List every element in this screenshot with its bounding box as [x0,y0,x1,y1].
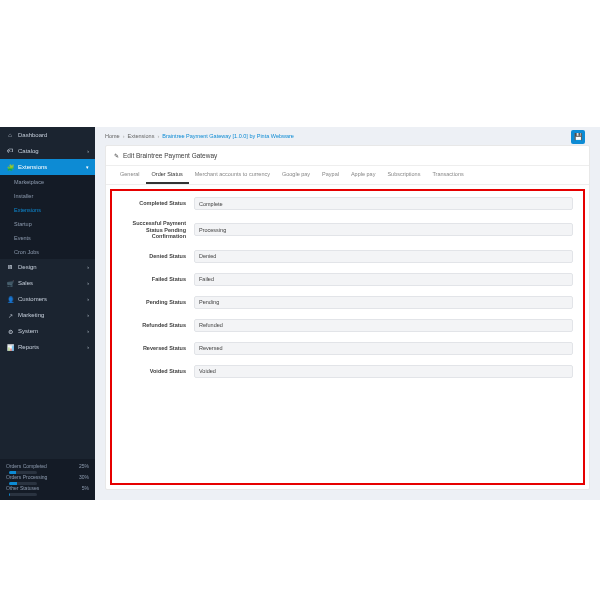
chevron-right-icon: › [87,344,89,350]
progress-bar [9,493,37,496]
sidebar-item-dashboard[interactable]: ⌂ Dashboard [0,127,95,143]
sidebar-item-label: Reports [18,344,87,350]
cart-icon: 🛒 [6,279,14,287]
stat-value: 30% [79,474,89,480]
row-denied-status: Denied Status Denied [122,250,573,263]
field-label: Successful Payment Status Pending Confir… [122,220,194,240]
field-label: Denied Status [122,253,194,260]
tab-merchant-accounts[interactable]: Merchant accounts to currency [189,166,276,184]
stat-label: Orders Processing [6,474,79,480]
tabs: General Order Status Merchant accounts t… [106,166,589,185]
pencil-icon: ✎ [114,152,119,159]
tab-transactions[interactable]: Transactions [426,166,469,184]
breadcrumb-sep: › [123,133,125,139]
voided-status-select[interactable]: Voided [194,365,573,378]
completed-status-select[interactable]: Complete [194,197,573,210]
denied-status-select[interactable]: Denied [194,250,573,263]
sidebar-item-label: Design [18,264,87,270]
breadcrumb-extensions[interactable]: Extensions [128,133,155,139]
chevron-right-icon: › [87,328,89,334]
stat-row: Orders Completed 25% [6,463,89,469]
tab-google-pay[interactable]: Google pay [276,166,316,184]
breadcrumb-current[interactable]: Braintree Payment Gateway [1.0.0] by Pin… [162,133,294,139]
chevron-right-icon: › [87,264,89,270]
stat-label: Orders Completed [6,463,79,469]
row-reversed-status: Reversed Status Reversed [122,342,573,355]
sidebar-item-design[interactable]: 🖥 Design › [0,259,95,275]
breadcrumb-home[interactable]: Home [105,133,120,139]
stat-row: Other Statuses 5% [6,485,89,491]
chevron-right-icon: › [87,312,89,318]
stat-label: Other Statuses [6,485,82,491]
sidebar-item-label: Marketing [18,312,87,318]
sidebar-item-label: Catalog [18,148,87,154]
sidebar-item-label: Sales [18,280,87,286]
chevron-right-icon: › [87,280,89,286]
sidebar: ⌂ Dashboard 🏷 Catalog › 🧩 Extensions ▾ M… [0,127,95,500]
sidebar-item-system[interactable]: ⚙ System › [0,323,95,339]
dashboard-icon: ⌂ [6,131,14,139]
sidebar-item-reports[interactable]: 📊 Reports › [0,339,95,355]
chart-icon: 📊 [6,343,14,351]
user-icon: 👤 [6,295,14,303]
stat-value: 5% [82,485,89,491]
chevron-down-icon: ▾ [86,164,89,170]
stat-value: 25% [79,463,89,469]
form-order-status: Completed Status Complete Successful Pay… [110,189,585,485]
chevron-right-icon: › [87,148,89,154]
share-icon: ↗ [6,311,14,319]
sidebar-item-extensions[interactable]: 🧩 Extensions ▾ [0,159,95,175]
panel-title: Edit Braintree Payment Gateway [123,152,217,159]
desktop-icon: 🖥 [6,263,14,271]
tab-order-status[interactable]: Order Status [146,166,189,184]
sidebar-item-marketing[interactable]: ↗ Marketing › [0,307,95,323]
puzzle-icon: 🧩 [6,163,14,171]
row-successful-payment-status: Successful Payment Status Pending Confir… [122,220,573,240]
field-label: Pending Status [122,299,194,306]
sidebar-sub-extensions[interactable]: Extensions [0,203,95,217]
reversed-status-select[interactable]: Reversed [194,342,573,355]
sidebar-sub-startup[interactable]: Startup [0,217,95,231]
sidebar-sub-cronjobs[interactable]: Cron Jobs [0,245,95,259]
tab-subscriptions[interactable]: Subscriptions [381,166,426,184]
sidebar-item-label: System [18,328,87,334]
sidebar-subitems: Marketplace Installer Extensions Startup… [0,175,95,259]
sidebar-sub-installer[interactable]: Installer [0,189,95,203]
field-label: Voided Status [122,368,194,375]
breadcrumb-sep: › [157,133,159,139]
chevron-right-icon: › [87,296,89,302]
tab-apple-pay[interactable]: Apple pay [345,166,381,184]
sidebar-item-label: Dashboard [18,132,89,138]
field-label: Failed Status [122,276,194,283]
pending-status-select[interactable]: Pending [194,296,573,309]
sidebar-sub-marketplace[interactable]: Marketplace [0,175,95,189]
main-area: Home › Extensions › Braintree Payment Ga… [95,127,600,500]
sidebar-item-label: Extensions [18,164,86,170]
row-failed-status: Failed Status Failed [122,273,573,286]
gear-icon: ⚙ [6,327,14,335]
sidebar-item-customers[interactable]: 👤 Customers › [0,291,95,307]
tab-general[interactable]: General [114,166,146,184]
row-voided-status: Voided Status Voided [122,365,573,378]
panel: ✎ Edit Braintree Payment Gateway General… [105,145,590,490]
sidebar-item-catalog[interactable]: 🏷 Catalog › [0,143,95,159]
sidebar-item-label: Customers [18,296,87,302]
field-label: Completed Status [122,200,194,207]
panel-header: ✎ Edit Braintree Payment Gateway [106,146,589,166]
successful-payment-status-select[interactable]: Processing [194,223,573,236]
breadcrumb: Home › Extensions › Braintree Payment Ga… [95,127,600,143]
sidebar-item-sales[interactable]: 🛒 Sales › [0,275,95,291]
save-icon: 💾 [574,133,583,141]
failed-status-select[interactable]: Failed [194,273,573,286]
sidebar-sub-events[interactable]: Events [0,231,95,245]
field-label: Reversed Status [122,345,194,352]
field-label: Refunded Status [122,322,194,329]
tag-icon: 🏷 [6,147,14,155]
row-refunded-status: Refunded Status Refunded [122,319,573,332]
tab-paypal[interactable]: Paypal [316,166,345,184]
refunded-status-select[interactable]: Refunded [194,319,573,332]
save-button[interactable]: 💾 [571,130,585,144]
row-pending-status: Pending Status Pending [122,296,573,309]
stat-row: Orders Processing 30% [6,474,89,480]
row-completed-status: Completed Status Complete [122,197,573,210]
